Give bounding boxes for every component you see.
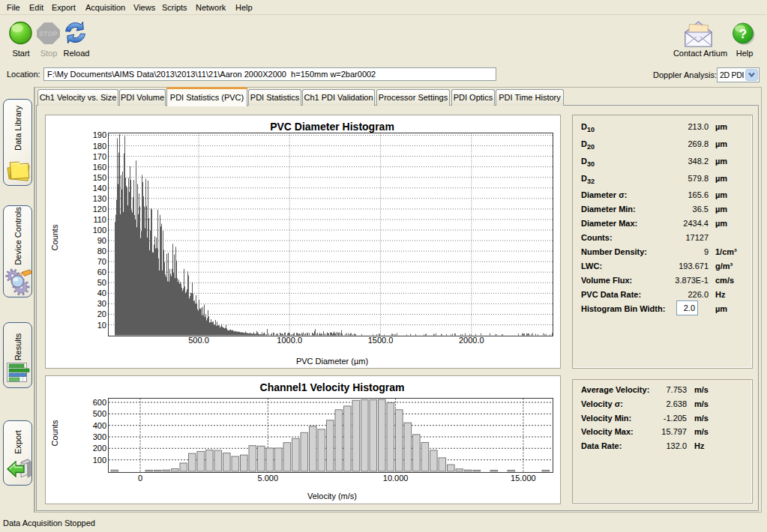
- svg-text:40: 40: [97, 288, 106, 297]
- svg-text:30: 30: [97, 299, 106, 308]
- svg-text:80: 80: [97, 247, 106, 256]
- svg-text:?: ?: [739, 27, 747, 41]
- svg-text:180: 180: [93, 142, 106, 151]
- svg-text:PVC Diameter Histogram: PVC Diameter Histogram: [270, 121, 394, 133]
- svg-text:150: 150: [93, 173, 106, 182]
- svg-text:0: 0: [138, 474, 142, 483]
- svg-text:Channel1 Velocity Histogram: Channel1 Velocity Histogram: [260, 381, 405, 393]
- svg-text:200: 200: [93, 444, 106, 453]
- svg-text:Counts: Counts: [50, 420, 59, 446]
- svg-text:300: 300: [93, 432, 106, 441]
- svg-text:10.000: 10.000: [383, 474, 409, 483]
- svg-text:140: 140: [93, 184, 106, 193]
- svg-text:100: 100: [93, 456, 106, 465]
- svg-text:1500.0: 1500.0: [368, 336, 394, 345]
- svg-text:500.0: 500.0: [188, 336, 209, 345]
- svg-text:Counts: Counts: [50, 224, 59, 250]
- svg-text:60: 60: [97, 267, 106, 276]
- svg-text:110: 110: [93, 215, 106, 224]
- svg-text:70: 70: [97, 257, 106, 266]
- svg-text:20: 20: [97, 309, 106, 318]
- svg-text:STOP: STOP: [39, 30, 58, 37]
- svg-text:500: 500: [93, 409, 106, 418]
- svg-text:160: 160: [93, 163, 106, 172]
- svg-text:130: 130: [93, 194, 106, 203]
- svg-text:1000.0: 1000.0: [277, 336, 302, 345]
- svg-text:120: 120: [93, 205, 106, 214]
- svg-text:190: 190: [93, 130, 106, 139]
- svg-text:400: 400: [93, 421, 106, 430]
- svg-text:Velocity (m/s): Velocity (m/s): [307, 492, 357, 501]
- svg-text:PVC Diameter (µm): PVC Diameter (µm): [296, 357, 368, 366]
- svg-text:2000.0: 2000.0: [459, 336, 484, 345]
- svg-text:15.000: 15.000: [511, 474, 536, 483]
- svg-text:600: 600: [93, 398, 106, 407]
- svg-text:10: 10: [97, 321, 106, 330]
- svg-text:90: 90: [97, 236, 106, 245]
- svg-text:100: 100: [93, 226, 106, 235]
- svg-text:50: 50: [97, 278, 106, 287]
- svg-text:5.000: 5.000: [258, 474, 279, 483]
- svg-text:170: 170: [93, 152, 106, 161]
